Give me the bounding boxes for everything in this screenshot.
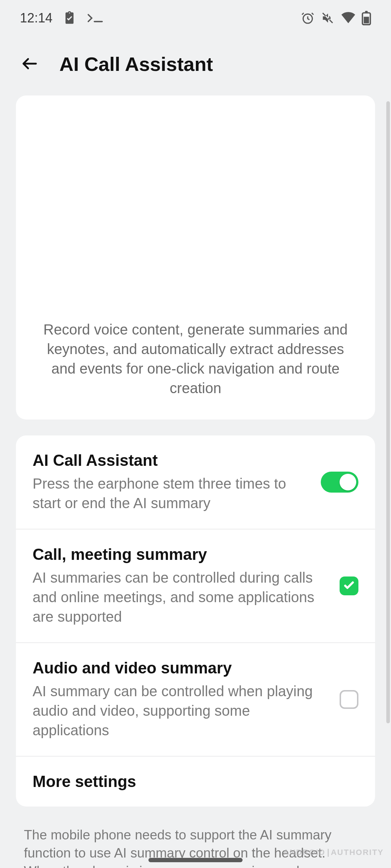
check-icon: [342, 579, 356, 593]
setting-desc: AI summary can be controlled when playin…: [33, 681, 328, 740]
battery-icon: [362, 11, 371, 25]
scrollbar[interactable]: [386, 101, 390, 723]
status-time: 12:14: [20, 10, 52, 26]
setting-more-settings[interactable]: More settings: [16, 756, 375, 807]
status-left: 12:14: [20, 10, 104, 26]
svg-rect-3: [365, 11, 367, 13]
setting-audio-video-summary[interactable]: Audio and video summary AI summary can b…: [16, 642, 375, 756]
setting-desc: Press the earphone stem three times to s…: [33, 474, 309, 513]
page-title: AI Call Assistant: [59, 53, 213, 75]
checkbox-call-meeting-summary[interactable]: [340, 576, 358, 595]
arrow-left-icon: [20, 54, 39, 74]
terminal-icon: [87, 11, 104, 25]
wifi-icon: [341, 11, 355, 25]
watermark: ANDROIDAUTHORITY: [283, 848, 384, 857]
setting-title: More settings: [33, 773, 358, 791]
status-bar: 12:14: [0, 0, 391, 36]
intro-text: Record voice content, generate summaries…: [34, 320, 357, 398]
gesture-nav-pill[interactable]: [148, 858, 243, 862]
intro-illustration-placeholder: [34, 110, 357, 320]
intro-card: Record voice content, generate summaries…: [16, 95, 375, 420]
back-button[interactable]: [18, 52, 41, 76]
settings-card: AI Call Assistant Press the earphone ste…: [16, 435, 375, 807]
setting-call-meeting-summary[interactable]: Call, meeting summary AI summaries can b…: [16, 529, 375, 642]
checkbox-audio-video-summary[interactable]: [340, 690, 358, 709]
mute-icon: [321, 11, 335, 25]
setting-desc: AI summaries can be controlled during ca…: [33, 568, 328, 626]
status-right: [301, 11, 371, 25]
clipboard-check-icon: [63, 11, 76, 25]
setting-title: Call, meeting summary: [33, 545, 328, 563]
setting-title: AI Call Assistant: [33, 451, 309, 469]
svg-rect-2: [364, 17, 369, 23]
alarm-icon: [301, 11, 315, 25]
page-header: AI Call Assistant: [0, 36, 391, 95]
toggle-ai-call-assistant[interactable]: [321, 472, 358, 493]
setting-title: Audio and video summary: [33, 659, 328, 677]
setting-ai-call-assistant[interactable]: AI Call Assistant Press the earphone ste…: [16, 435, 375, 529]
